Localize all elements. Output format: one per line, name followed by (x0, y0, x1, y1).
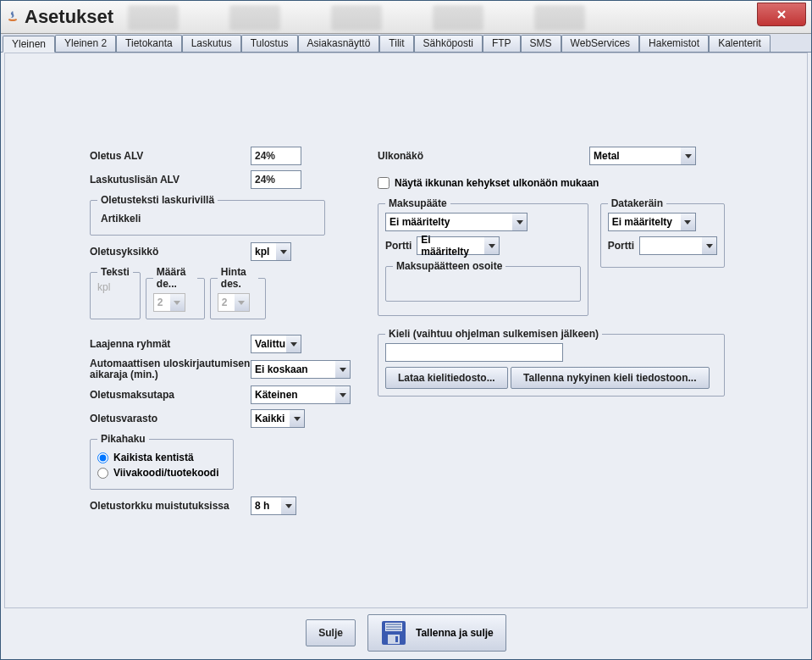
legend-teksti: Teksti (97, 266, 133, 278)
button-sulje[interactable]: Sulje (306, 619, 356, 646)
fieldset-oletusteksti: Oletusteksti laskurivillä (90, 194, 325, 236)
tab-tietokanta[interactable]: Tietokanta (116, 35, 182, 52)
close-icon (776, 8, 787, 20)
legend-maksupaate: Maksupääte (385, 197, 450, 209)
checkbox-kehykset[interactable] (378, 177, 389, 189)
combo-hinta: 2 (218, 293, 235, 312)
label-oletus-alv: Oletus ALV (90, 150, 251, 162)
label-torkku: Oletustorkku muistutuksissa (90, 500, 251, 512)
combo-maksupaate[interactable]: Ei määritelty (385, 213, 512, 231)
label-auto-logout: Automaattisen uloskirjautumisenaikaraja … (90, 358, 251, 380)
input-laskutuslisan-alv[interactable] (251, 170, 301, 189)
label-kehykset: Näytä ikkunan kehykset ulkonäön mukaan (395, 177, 599, 189)
legend-pikahaku: Pikahaku (97, 433, 149, 445)
combo-portti-datakerain-btn[interactable] (702, 236, 717, 255)
combo-auto-logout-btn[interactable] (335, 360, 351, 379)
combo-auto-logout[interactable]: Ei koskaan (251, 360, 335, 379)
svg-rect-2 (386, 624, 401, 625)
java-icon (6, 10, 19, 24)
window-title: Asetukset (25, 6, 113, 28)
combo-torkku-btn[interactable] (281, 496, 296, 515)
combo-oletusyksikko[interactable]: kpl (251, 242, 276, 261)
label-varasto: Oletusvarasto (90, 413, 251, 424)
combo-ulkonako[interactable]: Metal (589, 147, 681, 165)
input-oletusteksti[interactable] (97, 209, 318, 228)
fieldset-datakerain: Datakeräin Ei määritelty Portti (600, 197, 725, 268)
combo-maksupaate-btn[interactable] (512, 213, 528, 231)
fieldset-maksupaate-osoite: Maksupäätteen osoite (385, 260, 581, 302)
label-portti-maksupaate: Portti (385, 240, 412, 252)
teksti-val: kpl (97, 281, 110, 293)
svg-rect-3 (386, 626, 401, 628)
combo-hinta-btn (235, 293, 250, 312)
svg-rect-4 (386, 629, 401, 630)
combo-portti-maksupaate-btn[interactable] (484, 236, 500, 255)
input-oletus-alv[interactable] (251, 147, 301, 165)
fieldset-teksti: Teksti kpl (90, 266, 141, 319)
svg-rect-6 (395, 636, 398, 642)
legend-datakerain: Datakeräin (608, 197, 666, 209)
tab-tulostus[interactable]: Tulostus (241, 35, 298, 52)
tab-bar: YleinenYleinen 2TietokantaLaskutusTulost… (1, 34, 811, 53)
label-ulkonako: Ulkonäkö (378, 150, 589, 162)
label-portti-datakerain: Portti (608, 240, 634, 252)
input-maksupaate-osoite[interactable] (393, 275, 562, 294)
button-tallenna-sulje-label: Tallenna ja sulje (416, 627, 494, 639)
combo-varasto-btn[interactable] (290, 409, 305, 428)
combo-datakerain[interactable]: Ei määritelty (608, 213, 681, 231)
save-icon (380, 619, 407, 646)
tab-sähköposti[interactable]: Sähköposti (414, 35, 483, 52)
legend-oletusteksti: Oletusteksti laskurivillä (97, 194, 218, 206)
label-laajenna: Laajenna ryhmät (90, 338, 251, 350)
combo-oletusyksikko-btn[interactable] (276, 242, 291, 261)
tab-content: Oletus ALV Laskutuslisän ALV Oletustekst… (4, 53, 808, 608)
tab-sms[interactable]: SMS (521, 35, 561, 52)
button-lataa-kieli[interactable]: Lataa kielitiedosto... (385, 367, 508, 389)
combo-portti-maksupaate[interactable]: Ei määritelty (417, 236, 484, 255)
close-button[interactable] (757, 3, 806, 26)
combo-varasto[interactable]: Kaikki (251, 409, 290, 428)
button-tallenna-kieli[interactable]: Tallenna nykyinen kieli tiedostoon... (511, 367, 710, 389)
fieldset-pikahaku: Pikahaku Kaikista kentistä Viivakoodi/tu… (90, 433, 234, 490)
combo-datakerain-btn[interactable] (681, 213, 696, 231)
combo-maara-btn (170, 293, 185, 312)
radio-kaikista[interactable] (97, 452, 108, 463)
fieldset-maara: Määrä de... 2 (146, 266, 205, 319)
combo-torkku[interactable]: 8 h (251, 496, 281, 515)
legend-maksupaate-osoite: Maksupäätteen osoite (393, 260, 505, 272)
combo-ulkonako-btn[interactable] (681, 147, 696, 165)
label-oletusyksikko: Oletusyksikkö (90, 246, 251, 258)
fieldset-kieli: Kieli (vaihtuu ohjelman sulkemisen jälke… (378, 328, 725, 397)
tab-yleinen[interactable]: Yleinen (3, 36, 55, 53)
label-maksutapa: Oletusmaksutapa (90, 389, 251, 401)
tab-asiakasnäyttö[interactable]: Asiakasnäyttö (298, 35, 380, 52)
tab-laskutus[interactable]: Laskutus (182, 35, 241, 52)
combo-maara: 2 (153, 293, 170, 312)
fieldset-maksupaate: Maksupääte Ei määritelty Portti Ei määri… (378, 197, 588, 316)
combo-laajenna-btn[interactable] (286, 335, 301, 353)
combo-laajenna[interactable]: Valittu (251, 335, 286, 353)
fieldset-hinta: Hinta des. 2 (210, 266, 266, 319)
tab-yleinen-2[interactable]: Yleinen 2 (55, 35, 116, 52)
combo-maksutapa[interactable]: Käteinen (251, 385, 335, 404)
radio-viivakoodi-label: Viivakoodi/tuotekoodi (113, 467, 218, 479)
combo-portti-datakerain[interactable] (639, 236, 702, 255)
legend-maara: Määrä de... (153, 266, 197, 290)
tab-hakemistot[interactable]: Hakemistot (639, 35, 709, 52)
radio-kaikista-label: Kaikista kentistä (113, 452, 194, 463)
button-tallenna-sulje[interactable]: Tallenna ja sulje (367, 614, 506, 652)
tab-tilit[interactable]: Tilit (379, 35, 413, 52)
tab-kalenterit[interactable]: Kalenterit (709, 35, 771, 52)
combo-maksutapa-btn[interactable] (335, 385, 351, 404)
input-kieli[interactable] (385, 343, 563, 362)
label-laskutuslisan-alv: Laskutuslisän ALV (90, 174, 251, 186)
tab-webservices[interactable]: WebServices (561, 35, 639, 52)
legend-kieli: Kieli (vaihtuu ohjelman sulkemisen jälke… (385, 328, 602, 340)
footer: Sulje Tallenna ja sulje (1, 612, 811, 654)
radio-viivakoodi[interactable] (97, 468, 108, 479)
titlebar: Asetukset (1, 1, 811, 34)
settings-window: Asetukset YleinenYleinen 2TietokantaLask… (0, 0, 812, 660)
tab-ftp[interactable]: FTP (483, 35, 521, 52)
legend-hinta: Hinta des. (218, 266, 258, 290)
